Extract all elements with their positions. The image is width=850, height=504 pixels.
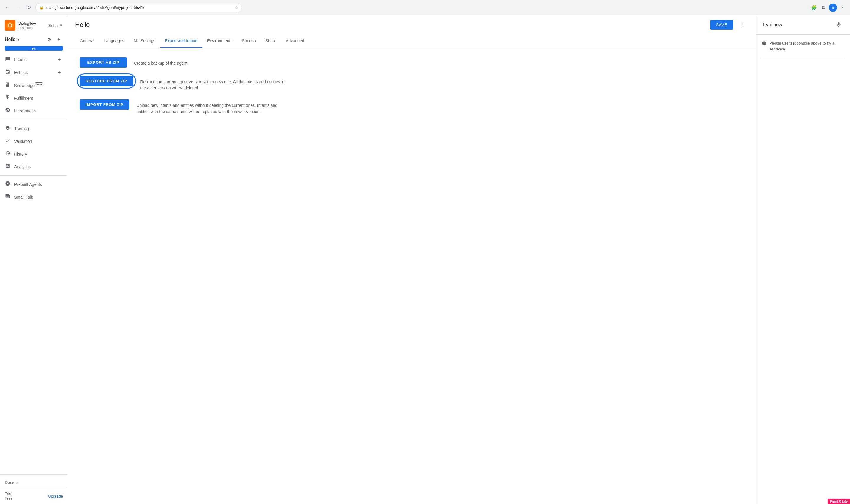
top-bar: Hello SAVE ⋮	[68, 15, 756, 34]
global-selector[interactable]: Global ▼	[48, 23, 63, 28]
info-row: Please use test console above to try a s…	[762, 40, 844, 52]
address-bar: 🔒 ☆	[35, 3, 242, 12]
beta-badge: beta	[35, 82, 43, 87]
prebuilt-icon	[5, 181, 11, 188]
training-icon	[5, 125, 11, 132]
microphone-button[interactable]	[833, 19, 844, 30]
sidebar-item-knowledge[interactable]: Knowledgebeta	[0, 79, 68, 92]
sidebar-item-analytics[interactable]: Analytics	[0, 160, 68, 173]
sidebar-item-prebuilt[interactable]: Prebuilt Agents	[0, 178, 68, 191]
tab-advanced[interactable]: Advanced	[281, 34, 309, 48]
sidebar-item-smalltalk[interactable]: Small Talk	[0, 191, 68, 203]
extensions-icon[interactable]: 🧩	[810, 3, 818, 12]
forward-button[interactable]: →	[14, 3, 22, 12]
validation-label: Validation	[14, 139, 32, 144]
analytics-icon	[5, 163, 11, 170]
sidebar-item-validation[interactable]: Validation	[0, 135, 68, 147]
upgrade-link[interactable]: Upgrade	[48, 494, 63, 498]
export-zip-button[interactable]: EXPORT AS ZIP	[80, 57, 127, 68]
back-button[interactable]: ←	[3, 3, 12, 12]
secure-icon: 🔒	[39, 5, 44, 10]
restore-zip-row: RESTORE FROM ZIP Replace the current age…	[80, 76, 744, 91]
intents-add-button[interactable]: +	[56, 56, 63, 63]
menu-icon[interactable]: ⋮	[838, 3, 847, 12]
entities-add-button[interactable]: +	[56, 69, 63, 76]
app-container: Dialogflow Essentials Global ▼ Hello ▼ ⚙…	[0, 15, 850, 504]
tab-general[interactable]: General	[75, 34, 99, 48]
intents-icon	[5, 56, 11, 63]
import-zip-desc: Upload new intents and entities without …	[137, 100, 284, 115]
training-label: Training	[14, 126, 29, 131]
paint-badge: Paint X Lite	[828, 499, 850, 504]
global-chevron-icon: ▼	[59, 23, 63, 28]
logo-name: Dialogflow	[18, 21, 36, 26]
tab-export-import[interactable]: Export and Import	[160, 34, 202, 48]
entities-label: Entities	[14, 70, 28, 75]
trial-label: Trial	[5, 492, 13, 496]
sidebar-item-training[interactable]: Training	[0, 122, 68, 135]
right-panel-divider	[762, 57, 844, 57]
export-zip-desc: Create a backup of the agent	[134, 57, 187, 66]
logo-text-block: Dialogflow Essentials	[18, 21, 36, 30]
trial-info: Trial Free	[5, 492, 13, 501]
import-zip-button[interactable]: IMPORT FROM ZIP	[80, 100, 129, 110]
sidebar-item-entities[interactable]: Entities +	[0, 66, 68, 79]
tab-languages[interactable]: Languages	[99, 34, 129, 48]
smalltalk-label: Small Talk	[14, 195, 33, 199]
tab-share[interactable]: Share	[260, 34, 281, 48]
more-options-button[interactable]: ⋮	[738, 19, 748, 30]
right-panel-content: Please use test console above to try a s…	[756, 35, 850, 504]
nav-divider-1	[0, 120, 68, 120]
sidebar: Dialogflow Essentials Global ▼ Hello ▼ ⚙…	[0, 15, 68, 504]
docs-label: Docs	[5, 480, 14, 485]
nav-divider-3	[0, 474, 68, 475]
url-input[interactable]	[46, 5, 232, 10]
svg-point-3	[9, 24, 11, 26]
tab-ml-settings[interactable]: ML Settings	[129, 34, 160, 48]
docs-item[interactable]: Docs ↗	[0, 477, 68, 488]
info-text: Please use test console above to try a s…	[770, 40, 844, 52]
logo-sub: Essentials	[18, 26, 36, 30]
agent-actions: ⚙ +	[45, 35, 63, 44]
star-icon[interactable]: ☆	[235, 5, 238, 10]
agent-section: Hello ▼ ⚙ +	[0, 33, 68, 45]
knowledge-icon	[5, 82, 11, 89]
fulfillment-icon	[5, 95, 11, 102]
tab-environments[interactable]: Environments	[202, 34, 237, 48]
tab-speech[interactable]: Speech	[237, 34, 260, 48]
tab-content: EXPORT AS ZIP Create a backup of the age…	[68, 48, 756, 504]
sidebar-item-fulfillment[interactable]: Fulfillment	[0, 92, 68, 105]
try-it-now-label: Try it now	[762, 22, 782, 28]
import-zip-row: IMPORT FROM ZIP Upload new intents and e…	[80, 100, 744, 115]
smalltalk-icon	[5, 194, 11, 200]
analytics-label: Analytics	[14, 164, 31, 169]
fulfillment-label: Fulfillment	[14, 96, 33, 101]
integrations-icon	[5, 107, 11, 114]
page-title: Hello	[75, 21, 705, 29]
history-label: History	[14, 152, 27, 156]
prebuilt-label: Prebuilt Agents	[14, 182, 42, 187]
sidebar-item-integrations[interactable]: Integrations	[0, 105, 68, 117]
history-icon	[5, 150, 11, 157]
docs-external-icon: ↗	[15, 480, 18, 485]
lang-badge: en	[5, 46, 63, 51]
profile-button[interactable]: n	[829, 3, 837, 12]
nav-section: Intents + Entities + Knowledgebeta	[0, 53, 68, 472]
restore-zip-button[interactable]: RESTORE FROM ZIP	[80, 76, 133, 86]
cast-icon[interactable]: 🖥	[819, 3, 828, 12]
agent-add-button[interactable]: +	[55, 35, 63, 44]
reload-button[interactable]: ↻	[25, 3, 33, 12]
dialogflow-logo	[5, 20, 15, 31]
main-content: Hello SAVE ⋮ General Languages ML Settin…	[68, 15, 756, 504]
nav-divider-2	[0, 175, 68, 176]
intents-label: Intents	[14, 57, 26, 62]
sidebar-header: Dialogflow Essentials Global ▼	[0, 15, 68, 33]
trial-section: Trial Free Upgrade	[0, 488, 68, 504]
agent-settings-button[interactable]: ⚙	[45, 35, 53, 44]
save-button[interactable]: SAVE	[710, 20, 733, 30]
agent-chevron-icon: ▼	[17, 37, 20, 42]
sidebar-item-history[interactable]: History	[0, 147, 68, 160]
right-panel-header: Try it now	[756, 15, 850, 35]
sidebar-item-intents[interactable]: Intents +	[0, 53, 68, 66]
tabs-bar: General Languages ML Settings Export and…	[68, 34, 756, 48]
